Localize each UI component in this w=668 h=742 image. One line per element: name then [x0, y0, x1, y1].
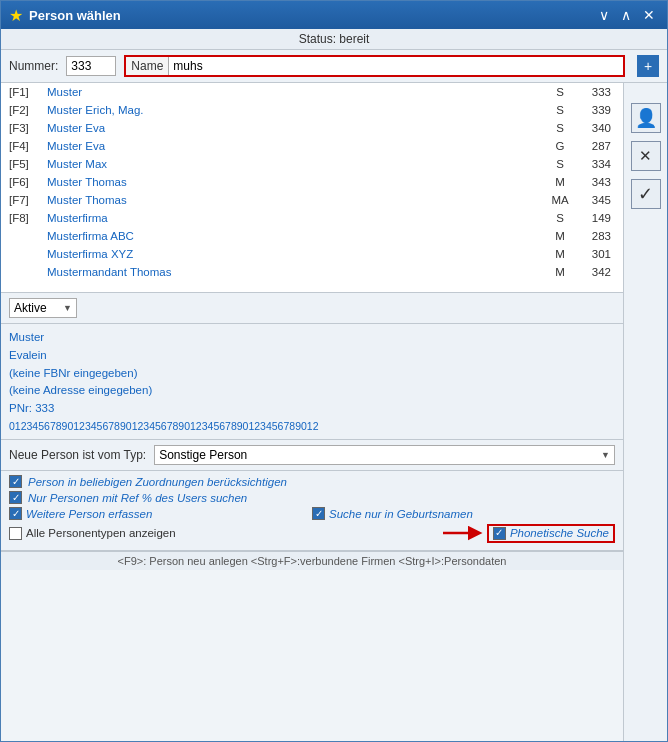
list-row[interactable]: [F1]MusterS333	[1, 83, 623, 101]
list-row[interactable]: [F4]Muster EvaG287	[1, 137, 623, 155]
list-row-type: M	[545, 248, 575, 260]
close-button[interactable]: ✕	[639, 6, 659, 24]
list-row-key: [F8]	[9, 212, 47, 224]
option-label-6: Phonetische Suche	[510, 527, 609, 539]
minimize-button[interactable]: ∨	[595, 6, 613, 24]
ok-icon: ✓	[638, 183, 653, 205]
option-row-split-1: ✓ Weitere Person erfassen ✓ Suche nur in…	[9, 507, 615, 520]
list-row[interactable]: [F8]MusterfirmaS149	[1, 209, 623, 227]
maximize-button[interactable]: ∧	[617, 6, 635, 24]
list-row[interactable]: [F5]Muster MaxS334	[1, 155, 623, 173]
list-row-key: [F3]	[9, 122, 47, 134]
list-row[interactable]: Mustermandant ThomasM342	[1, 263, 623, 281]
list-row-type: M	[545, 230, 575, 242]
option-label-5: Alle Personentypen anzeigen	[26, 527, 176, 539]
nummer-label: Nummer:	[9, 59, 58, 73]
list-row-type: S	[545, 212, 575, 224]
list-row-key: [F1]	[9, 86, 47, 98]
list-row-key: [F6]	[9, 176, 47, 188]
list-row[interactable]: Musterfirma ABCM283	[1, 227, 623, 245]
titlebar: ★ Person wählen ∨ ∧ ✕	[1, 1, 667, 29]
list-row-key: [F4]	[9, 140, 47, 152]
plus-button[interactable]: +	[637, 55, 659, 77]
ok-button[interactable]: ✓	[631, 179, 661, 209]
name-label: Name	[126, 57, 169, 75]
titlebar-left: ★ Person wählen	[9, 6, 121, 25]
new-person-label: Neue Person ist vom Typ:	[9, 448, 146, 462]
list-row-type: M	[545, 176, 575, 188]
list-row-key: [F7]	[9, 194, 47, 206]
list-row-type: M	[545, 266, 575, 278]
cancel-button[interactable]: ✕	[631, 141, 661, 171]
list-row-num: 283	[575, 230, 615, 242]
list-row-num: 334	[575, 158, 615, 170]
checkbox-5[interactable]	[9, 527, 22, 540]
info-line2: Evalein	[9, 347, 615, 365]
list-row-num: 343	[575, 176, 615, 188]
checkbox-3[interactable]: ✓	[9, 507, 22, 520]
person-button[interactable]: 👤	[631, 103, 661, 133]
list-row-name: Muster Thomas	[47, 194, 545, 206]
option-label-4: Suche nur in Geburtsnamen	[329, 508, 473, 520]
list-row-num: 345	[575, 194, 615, 206]
titlebar-buttons: ∨ ∧ ✕	[595, 6, 659, 24]
checkbox-2[interactable]: ✓	[9, 491, 22, 504]
list-row[interactable]: [F7]Muster ThomasMA345	[1, 191, 623, 209]
list-row-num: 342	[575, 266, 615, 278]
checkbox-4[interactable]: ✓	[312, 507, 325, 520]
option-label-3: Weitere Person erfassen	[26, 508, 152, 520]
list-row-num: 149	[575, 212, 615, 224]
list-row-num: 333	[575, 86, 615, 98]
filter-select[interactable]: Aktive Alle Inaktive	[9, 298, 77, 318]
list-row-name: Musterfirma ABC	[47, 230, 545, 242]
list-row[interactable]: [F2]Muster Erich, Mag.S339	[1, 101, 623, 119]
list-row-type: S	[545, 122, 575, 134]
main-window: ★ Person wählen ∨ ∧ ✕ Status: bereit Num…	[0, 0, 668, 742]
checkbox-1[interactable]: ✓	[9, 475, 22, 488]
mid-section: [F1]MusterS333[F2]Muster Erich, Mag.S339…	[1, 83, 667, 741]
list-row-type: MA	[545, 194, 575, 206]
filter-select-wrapper: Aktive Alle Inaktive	[9, 298, 77, 318]
toolbar: Nummer: Name +	[1, 50, 667, 83]
list-row-key: [F2]	[9, 104, 47, 116]
list-row-type: G	[545, 140, 575, 152]
list-row-num: 287	[575, 140, 615, 152]
list-row-name: Muster Thomas	[47, 176, 545, 188]
info-line1: Muster	[9, 329, 615, 347]
name-input[interactable]	[169, 57, 623, 75]
list-row-name: Musterfirma XYZ	[47, 248, 545, 260]
phonetic-checkbox-wrapper: ✓ Phonetische Suche	[487, 524, 615, 543]
list-row-name: Musterfirma	[47, 212, 545, 224]
nummer-input[interactable]	[66, 56, 116, 76]
option-half-right-1: ✓ Suche nur in Geburtsnamen	[312, 507, 615, 520]
info-line4: (keine Adresse eingegeben)	[9, 382, 615, 400]
list-row-key: [F5]	[9, 158, 47, 170]
list-row-num: 301	[575, 248, 615, 260]
new-person-row: Neue Person ist vom Typ: Sonstige Person…	[1, 440, 623, 471]
footer-hint-text: <F9>: Person neu anlegen <Strg+F>:verbun…	[118, 555, 507, 567]
list-row[interactable]: [F3]Muster EvaS340	[1, 119, 623, 137]
list-row-name: Mustermandant Thomas	[47, 266, 545, 278]
list-row[interactable]: Musterfirma XYZM301	[1, 245, 623, 263]
name-field-wrapper: Name	[124, 55, 625, 77]
list-row-type: S	[545, 158, 575, 170]
filter-row: Aktive Alle Inaktive	[1, 293, 623, 324]
list-row-num: 339	[575, 104, 615, 116]
list-row[interactable]: [F6]Muster ThomasM343	[1, 173, 623, 191]
option-label-2: Nur Personen mit Ref % des Users suchen	[28, 492, 247, 504]
checkbox-6[interactable]: ✓	[493, 527, 506, 540]
list-scroll[interactable]: [F1]MusterS333[F2]Muster Erich, Mag.S339…	[1, 83, 623, 292]
new-person-select[interactable]: Sonstige Person Firma Mandant Ansprechpa…	[154, 445, 615, 465]
option-half-left-1: ✓ Weitere Person erfassen	[9, 507, 312, 520]
list-row-type: S	[545, 86, 575, 98]
list-row-name: Muster Eva	[47, 140, 545, 152]
info-area: Muster Evalein (keine FBNr eingegeben) (…	[1, 324, 623, 440]
info-line5: PNr: 333	[9, 400, 615, 418]
options-area: ✓ Person in beliebigen Zuordnungen berüc…	[1, 471, 623, 551]
list-row-name: Muster Max	[47, 158, 545, 170]
info-line6: 0123456789012345678901234567890123456789…	[9, 418, 615, 434]
person-icon: 👤	[635, 107, 657, 129]
list-row-name: Muster Eva	[47, 122, 545, 134]
status-bar: Status: bereit	[1, 29, 667, 50]
star-icon: ★	[9, 6, 23, 25]
